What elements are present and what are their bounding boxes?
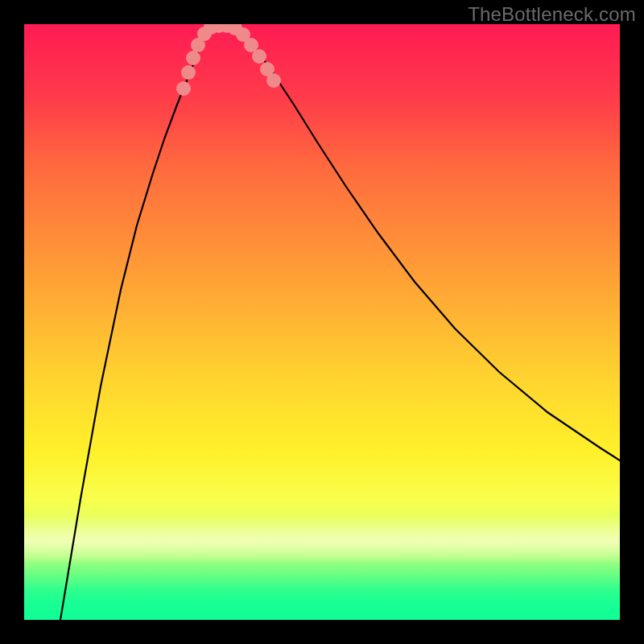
highlight-dot [252, 49, 266, 64]
highlight-dot [244, 38, 258, 52]
highlight-dot [191, 38, 205, 52]
highlight-dot [212, 24, 226, 33]
bottleneck-curve [60, 26, 620, 620]
highlight-band [24, 515, 620, 564]
curve-layer [24, 24, 620, 620]
watermark-text: TheBottleneck.com [468, 3, 636, 26]
highlight-dot [236, 27, 250, 42]
highlight-dot [260, 62, 275, 76]
highlight-dot [197, 27, 212, 41]
chart-frame: TheBottleneck.com [0, 0, 644, 644]
plot-area [24, 24, 620, 620]
highlight-dot [176, 81, 191, 96]
highlight-dot [266, 73, 281, 88]
highlight-dot [228, 24, 242, 35]
highlight-dot [204, 24, 218, 35]
highlight-dot [220, 24, 234, 33]
highlight-dots [176, 24, 281, 96]
highlight-dot [186, 51, 200, 65]
highlight-dot [181, 65, 196, 80]
